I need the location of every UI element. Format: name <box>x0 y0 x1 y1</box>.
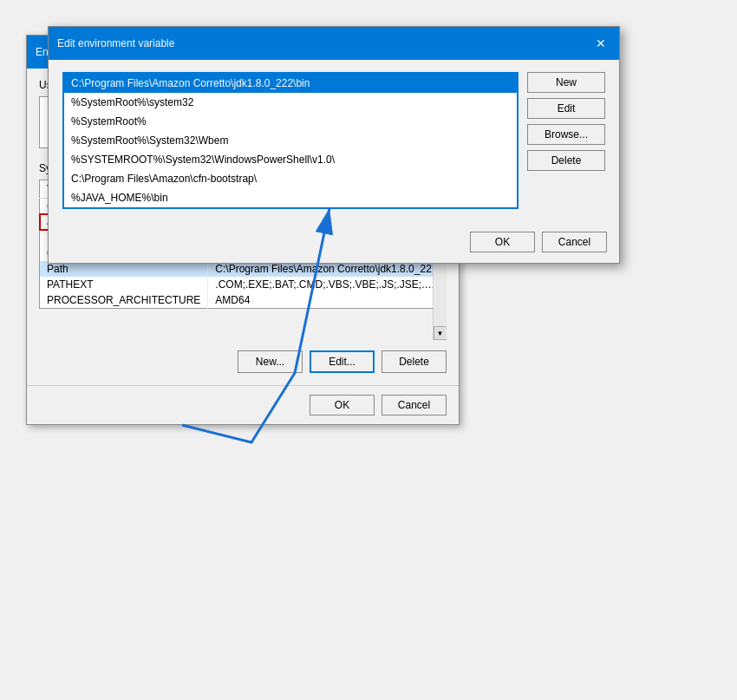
table-row[interactable]: PROCESSOR_ARCHITECTURE <box>40 292 208 309</box>
edit-dialog-title: Edit environment variable <box>57 37 174 49</box>
table-row: .COM;.EXE;.BAT;.CMD;.VBS;.VBE;.JS;.JSE;.… <box>208 277 433 292</box>
table-row: AMD64 <box>208 292 433 309</box>
scrollbar-down-btn[interactable]: ▼ <box>434 326 447 340</box>
env-ok-button[interactable]: OK <box>310 395 375 415</box>
edit-dialog-titlebar: Edit environment variable ✕ <box>49 27 619 60</box>
edit-env-variable-dialog: Edit environment variable ✕ C:\Program F… <box>48 26 620 264</box>
system-delete-button[interactable]: Delete <box>382 350 447 373</box>
path-browse-button[interactable]: Browse... <box>527 124 605 145</box>
list-item[interactable]: %JAVA_HOME%\bin <box>64 188 517 207</box>
path-edit-button[interactable]: Edit <box>527 98 605 119</box>
edit-side-buttons: New Edit Browse... Delete <box>527 72 605 209</box>
list-item[interactable]: C:\Program Files\Amazon\cfn-bootstrap\ <box>64 169 517 188</box>
edit-dialog-body: C:\Program Files\Amazon Corretto\jdk1.8.… <box>49 60 619 223</box>
env-bottom-buttons: New... Edit... Delete <box>39 350 447 373</box>
env-ok-cancel-row: OK Cancel <box>27 385 459 424</box>
edit-dialog-close-button[interactable]: ✕ <box>591 34 610 53</box>
list-item[interactable]: %SystemRoot% <box>64 112 517 131</box>
path-list-area: C:\Program Files\Amazon Corretto\jdk1.8.… <box>62 72 605 209</box>
env-cancel-button[interactable]: Cancel <box>382 395 447 415</box>
path-delete-button[interactable]: Delete <box>527 150 605 171</box>
edit-ok-button[interactable]: OK <box>470 232 535 252</box>
system-edit-button[interactable]: Edit... <box>310 350 375 373</box>
path-new-button[interactable]: New <box>527 72 605 93</box>
list-item[interactable]: %SystemRoot%\System32\Wbem <box>64 131 517 150</box>
system-new-button[interactable]: New... <box>238 350 303 373</box>
list-item[interactable]: %SystemRoot%\system32 <box>64 93 517 112</box>
table-row[interactable]: PATHEXT <box>40 277 208 292</box>
edit-cancel-button[interactable]: Cancel <box>542 232 607 252</box>
list-item[interactable]: C:\Program Files\Amazon Corretto\jdk1.8.… <box>64 74 517 93</box>
edit-ok-cancel-row: OK Cancel <box>49 223 619 263</box>
list-item[interactable]: %SYSTEMROOT%\System32\WindowsPowerShell\… <box>64 150 517 169</box>
path-list-container: C:\Program Files\Amazon Corretto\jdk1.8.… <box>62 72 519 209</box>
